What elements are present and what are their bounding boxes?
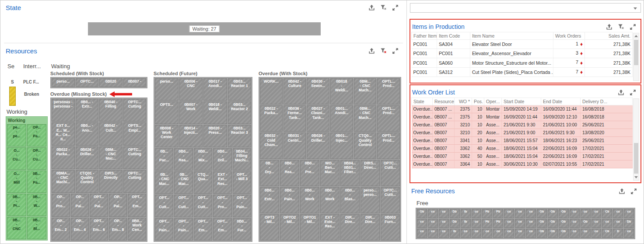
free-resource-tile[interactable]: co — [526, 209, 536, 218]
free-resource-tile[interactable]: Db — [624, 219, 634, 228]
free-resource-tile[interactable]: co — [581, 209, 591, 218]
free-resource-tile[interactable]: co — [624, 229, 634, 238]
resource-tile[interactable]: WO...Ben...Mac... — [320, 160, 340, 186]
resource-tile[interactable]: 0B017 -Anodi... — [203, 78, 227, 101]
table-row[interactable]: PC001SA312Cut Steel Plate (Sides)_Placa … — [412, 67, 633, 77]
resource-tile[interactable]: OPT...-Em... — [194, 218, 212, 241]
resource-tile[interactable]: 0B...- CNCMac... — [155, 171, 173, 194]
resource-tile[interactable]: 0BM...- CNCMach... — [354, 78, 377, 105]
resource-tile[interactable]: OPT...-Em... — [213, 218, 231, 241]
scrollbar-thumb[interactable] — [634, 143, 638, 174]
free-resource-tile[interactable]: Cb — [602, 209, 612, 218]
free-resource-tile[interactable]: Cb — [602, 229, 612, 238]
free-resource-tile[interactable]: Db — [450, 209, 460, 218]
column-header[interactable]: Delivery D... — [581, 98, 633, 105]
resource-tile[interactable]: 0B027 -Cleani...Tank... — [307, 105, 329, 132]
state-waiting-bar[interactable]: Waiting: 27 — [88, 22, 321, 35]
resource-tile[interactable]: 0B...-Pac... — [155, 148, 173, 171]
resource-tile[interactable]: 0B040 -Filling — [99, 99, 122, 122]
interrupted-item-plc[interactable]: PLC F... — [23, 80, 39, 84]
resource-tile[interactable]: 0B036 -Ferme...Tank... — [284, 105, 306, 132]
resource-tile[interactable]: OPTC...Cutting — [123, 99, 147, 122]
resource-tile[interactable]: 0B0...-Mix... — [194, 148, 212, 171]
items-scrollbar[interactable] — [633, 33, 639, 81]
resource-tile[interactable]: EXT -Exte...Res... — [320, 214, 340, 241]
free-resource-tile[interactable]: co — [461, 229, 471, 238]
resource-tile[interactable]: 0B008 -WorkCenter — [155, 125, 178, 147]
resource-tile[interactable]: OPTC...Cutting — [123, 146, 147, 169]
resource-tile[interactable]: 0B...-CNC — [7, 217, 26, 239]
free-resource-tile[interactable]: Pb — [493, 209, 503, 218]
maximize-icon[interactable] — [630, 89, 636, 96]
scroll-down-button[interactable] — [634, 174, 639, 180]
table-row[interactable]: Overdue...0B007321020Asse...21/06/2021 9… — [412, 129, 633, 137]
resource-tile[interactable]: DIRS...Directly — [99, 170, 122, 193]
clear-filter-icon[interactable] — [618, 24, 624, 30]
column-header[interactable]: WO * — [455, 98, 472, 105]
free-resource-tile[interactable]: co — [428, 219, 438, 228]
resource-tile[interactable]: 0B0...-Extr... — [260, 187, 279, 213]
resource-tile[interactable]: 0B026 -Driller... — [307, 132, 329, 159]
free-resource-tile[interactable]: co — [504, 219, 514, 228]
resource-tile[interactable]: OP...-Em... 4 — [71, 218, 89, 241]
table-row[interactable]: Overdue...0B007 ...237510Montar15/09/202… — [412, 105, 633, 113]
resource-tile[interactable]: 0B0...-Dril... — [213, 148, 231, 171]
resource-tile[interactable]: OPT...-Pain... — [233, 195, 251, 217]
table-row[interactable]: PC001PC001Elevator_Ascensor_Elevador3♦27… — [412, 49, 633, 58]
resource-tile[interactable]: OP...-Em... 2 — [52, 218, 70, 241]
free-resource-tile[interactable]: co — [570, 219, 580, 228]
resource-tile[interactable]: 0B042 -Cult... — [99, 122, 122, 145]
free-resource-tile[interactable]: Ob — [537, 229, 547, 238]
free-resource-tile[interactable]: Ib — [461, 219, 471, 228]
column-header[interactable]: Father Item — [412, 32, 437, 40]
resource-tile[interactable]: DIR...Dire... — [360, 214, 380, 241]
resource-tile[interactable]: 0B003Furn... — [381, 214, 400, 241]
export-icon[interactable] — [606, 24, 612, 30]
resource-tile[interactable]: personas -personas - — [52, 99, 75, 122]
resource-tile[interactable]: 0B01...Injec... — [330, 132, 353, 159]
resource-tile[interactable]: OPTC...Cutting — [123, 170, 147, 193]
free-resource-tile[interactable]: Ob — [548, 229, 558, 238]
resource-tile[interactable]: perso...perso... — [360, 187, 380, 213]
resource-tile[interactable]: OPT...-Pain... — [174, 218, 192, 241]
column-header[interactable]: End Date — [541, 98, 581, 105]
wo-scrollbar[interactable] — [633, 98, 639, 181]
parameter-dropdown[interactable] — [410, 3, 641, 13]
export-icon[interactable] — [368, 4, 375, 11]
free-resource-tile[interactable]: co — [592, 219, 602, 228]
free-resource-tile[interactable]: co — [570, 229, 580, 238]
column-header[interactable]: Pos. — [472, 98, 484, 105]
table-row[interactable]: Overdue...0B007336240Asse...18/06/2021 1… — [412, 145, 633, 153]
resource-tile[interactable]: OP...-Pai... — [71, 194, 89, 216]
resource-tile[interactable]: 0B007 -Work — [179, 101, 203, 124]
table-row[interactable]: Overdue...0B007336250Asse...18/06/2021 1… — [412, 153, 633, 160]
resource-tile[interactable]: OP...-Pai... — [109, 194, 127, 216]
resource-tile[interactable]: 0B...-Dry... — [260, 160, 279, 186]
resource-tile[interactable]: 0BM...- CNCMach... — [354, 105, 377, 132]
resource-tile[interactable]: 0B030 -Sewin... — [307, 78, 329, 105]
resource-tile[interactable]: 0B018-Weldi... — [330, 78, 353, 105]
export-icon[interactable] — [619, 188, 625, 195]
free-resource-tile[interactable]: co — [417, 229, 427, 238]
free-resource-tile[interactable]: co — [439, 219, 449, 228]
free-resource-tile[interactable]: co — [472, 229, 482, 238]
column-header[interactable]: Item Code — [437, 32, 470, 40]
free-resource-tile[interactable]: co — [592, 209, 602, 218]
resource-tile[interactable]: OPT...- Mill 3 — [233, 171, 251, 194]
resource-tile[interactable]: 0B0...-Work — [320, 187, 340, 213]
resource-tile[interactable]: 0B006 -CNC — [179, 78, 203, 101]
free-resource-tile[interactable]: Ib — [461, 209, 471, 218]
resource-tile[interactable]: OPTC...Cutti... — [381, 160, 400, 186]
resource-tile[interactable]: 0B032 -ColdCham... — [260, 132, 283, 159]
resource-tile[interactable]: O...-Cu... — [7, 147, 26, 170]
resource-tile[interactable]: 0B0...-Rea... — [280, 160, 299, 186]
selected-resource-tile[interactable] — [9, 87, 16, 106]
resource-tile[interactable]: 0B03...Reactor 2 — [228, 101, 252, 124]
free-resource-tile[interactable]: Ob — [537, 219, 547, 228]
resource-tile[interactable]: OPT...-Cutt... — [155, 195, 173, 217]
resource-tile[interactable]: 0B042 -Culture — [284, 78, 306, 105]
free-resource-tile[interactable]: co — [624, 209, 634, 218]
clear-filter-red-icon[interactable] — [380, 48, 387, 54]
maximize-icon[interactable] — [630, 188, 637, 195]
free-resource-tile[interactable]: co — [515, 219, 525, 228]
